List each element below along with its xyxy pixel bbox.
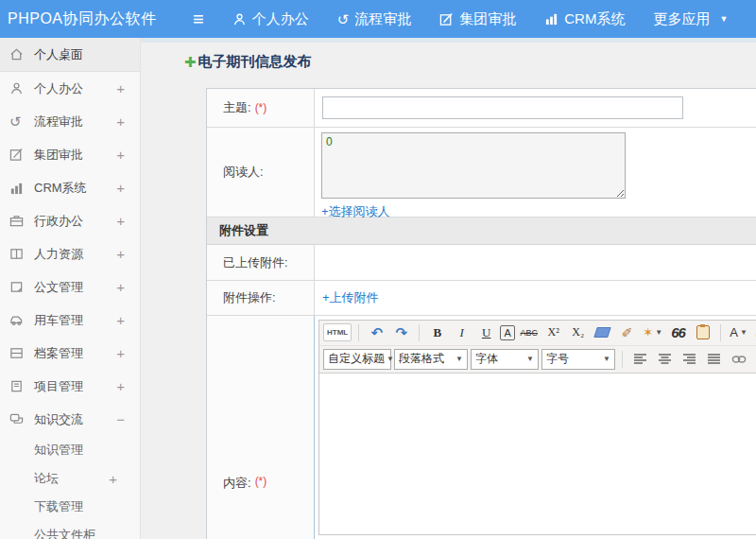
sidebar-item-vehicle-management[interactable]: 用车管理 + (0, 304, 140, 337)
remove-link-button[interactable] (752, 350, 756, 369)
expand-toggle[interactable]: + (116, 180, 125, 196)
car-icon (9, 313, 34, 327)
bar-chart-icon (544, 12, 558, 26)
expand-toggle[interactable]: + (116, 113, 125, 130)
sidebar-item-human-resources[interactable]: 人力资源 + (0, 237, 140, 270)
expand-toggle[interactable]: + (116, 312, 125, 328)
readers-textarea[interactable]: 0 (321, 132, 626, 199)
sidebar-item-document-management[interactable]: 公文管理 + (0, 270, 140, 304)
expand-toggle[interactable]: + (116, 213, 125, 229)
sidebar-subitem-label: 知识管理 (34, 442, 83, 459)
font-style-button[interactable]: A (500, 325, 515, 340)
font-family-select[interactable]: 字体▼ (471, 349, 539, 370)
rich-text-editor: HTML ↶ ↷ B I U A ABC X² X₂ ✐ (318, 320, 756, 535)
subject-label: 主题: (223, 99, 251, 116)
expand-toggle[interactable]: + (116, 345, 125, 361)
font-size-select[interactable]: 字号▼ (541, 349, 615, 370)
expand-toggle[interactable]: + (116, 279, 125, 295)
page-title-text: 电子期刊信息发布 (198, 53, 312, 71)
content-label-cell: 内容: (*) (207, 316, 315, 539)
format-brush-icon[interactable]: ✐ (616, 323, 638, 342)
paste-as-text-button[interactable] (692, 323, 713, 342)
sidebar-item-label: 个人桌面 (34, 46, 83, 63)
person-icon (9, 81, 34, 96)
expand-toggle[interactable]: + (116, 378, 125, 394)
superscript-button[interactable]: X² (542, 323, 564, 342)
sidebar-item-personal-desktop[interactable]: 个人桌面 (0, 38, 140, 72)
insert-link-button[interactable] (728, 350, 749, 369)
quick-format-button[interactable]: ✶▼ (641, 323, 664, 342)
nav-group-approval[interactable]: 集团审批 (439, 10, 516, 28)
required-mark: (*) (255, 101, 267, 114)
align-right-button[interactable] (679, 350, 700, 369)
publish-form: 主题: (*) 阅读人: 0 +选择阅读人 请选择阅读人,不选为所有人可查看 提… (206, 88, 756, 539)
upload-attachment-link[interactable]: +上传附件 (322, 289, 379, 306)
align-center-button[interactable] (654, 350, 676, 369)
italic-button[interactable]: I (451, 323, 472, 342)
blockquote-button[interactable]: 66 (667, 323, 689, 342)
undo-icon[interactable]: ↶ (366, 323, 387, 342)
expand-toggle[interactable]: + (116, 80, 125, 96)
sidebar-item-label: 流程审批 (34, 113, 83, 130)
align-left-button[interactable] (629, 350, 651, 369)
uploaded-label-cell: 已上传附件: (207, 245, 315, 281)
sidebar-item-personal-office[interactable]: 个人办公 + (0, 72, 140, 105)
redo-icon[interactable]: ↷ (390, 323, 412, 342)
sidebar-subitem-forum[interactable]: 论坛 + (0, 464, 140, 493)
sidebar-item-label: 项目管理 (34, 378, 83, 395)
expand-toggle[interactable]: + (109, 471, 117, 487)
nav-label: 集团审批 (459, 10, 516, 28)
content-label: 内容: (223, 475, 251, 492)
sidebar-subitem-label: 下载管理 (34, 498, 83, 515)
sidebar-item-archive-management[interactable]: 档案管理 + (0, 337, 140, 370)
sidebar-item-crm-system[interactable]: CRM系统 + (0, 171, 140, 204)
sidebar-item-project-management[interactable]: 项目管理 + (0, 370, 140, 403)
heading-select[interactable]: 自定义标题▼ (323, 349, 391, 370)
person-icon (232, 12, 247, 26)
sidebar-item-label: 集团审批 (34, 147, 83, 164)
sidebar-item-label: 知识交流 (34, 411, 83, 428)
top-strip (141, 38, 756, 43)
nav-more-apps[interactable]: 更多应用 ▼ (653, 10, 728, 28)
expand-toggle[interactable]: + (116, 246, 125, 262)
collapse-toggle[interactable]: − (116, 411, 125, 427)
strikethrough-button[interactable]: ABC (518, 323, 540, 342)
uploaded-attachments-row: 已上传附件: (207, 245, 756, 282)
chevron-down-icon: ▼ (719, 14, 728, 24)
underline-button[interactable]: U (475, 323, 497, 342)
chat-icon (9, 412, 34, 426)
sidebar-item-group-approval[interactable]: 集团审批 + (0, 138, 140, 171)
toolbar-separator (720, 324, 721, 341)
attachment-operation-row: 附件操作: +上传附件 (207, 281, 756, 316)
nav-personal-office[interactable]: 个人办公 (232, 10, 309, 28)
subject-input[interactable] (322, 96, 683, 119)
justify-button[interactable] (703, 350, 725, 369)
sidebar-item-admin-office[interactable]: 行政办公 + (0, 204, 140, 237)
chevron-down-icon: ▼ (526, 355, 534, 363)
uploaded-attachments-cell (315, 245, 756, 281)
sidebar-subitem-knowledge-management[interactable]: 知识管理 (0, 436, 140, 464)
chevron-down-icon: ▼ (387, 355, 394, 363)
editor-content-area[interactable] (319, 374, 756, 534)
nav-crm-system[interactable]: CRM系统 (544, 10, 625, 28)
nav-workflow-approval[interactable]: ↺ 流程审批 (337, 10, 412, 28)
bold-button[interactable]: B (426, 323, 448, 342)
highlight-color-button[interactable]: ✎▼ (752, 323, 756, 342)
top-nav: 个人办公 ↺ 流程审批 集团审批 CRM系统 更多应用 ▼ (232, 10, 729, 28)
paragraph-format-select[interactable]: 段落格式▼ (394, 349, 468, 370)
highlighter-icon: ✎ (752, 328, 756, 339)
readers-label: 阅读人: (223, 164, 264, 181)
attachment-operation-label: 附件操作: (223, 289, 276, 306)
nav-label: 更多应用 (653, 10, 710, 28)
sidebar-subitem-download-management[interactable]: 下载管理 (0, 493, 140, 521)
hamburger-menu-icon[interactable]: ≡ (193, 9, 204, 28)
remove-format-button[interactable] (592, 323, 613, 342)
subscript-button[interactable]: X₂ (567, 323, 589, 342)
sidebar-item-knowledge-exchange[interactable]: 知识交流 − (0, 403, 140, 436)
sidebar-item-workflow-approval[interactable]: ↺ 流程审批 + (0, 105, 140, 138)
expand-toggle[interactable]: + (116, 147, 125, 163)
html-source-button[interactable]: HTML (323, 323, 352, 341)
sidebar-subitem-public-file-cabinet[interactable]: 公共文件柜 (0, 521, 140, 539)
subject-label-cell: 主题: (*) (207, 89, 315, 127)
font-color-button[interactable]: A▼ (728, 323, 749, 342)
